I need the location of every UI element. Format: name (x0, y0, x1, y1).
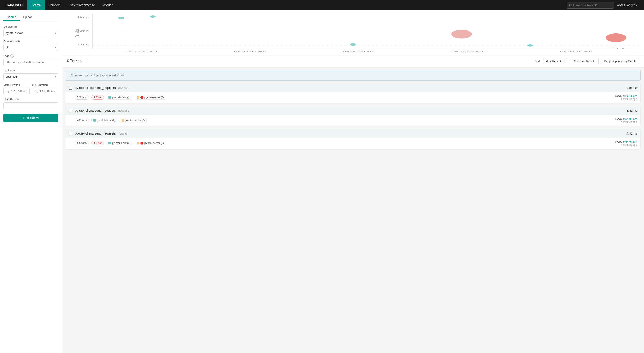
min-duration-label: Min Duration (32, 83, 58, 86)
svg-text:09:53:50 am: 09:53:50 am (125, 50, 157, 52)
trace-details: 4 Spans py-otel-client (2) py-otel-serve… (66, 115, 640, 126)
nav-monitor[interactable]: Monitor (99, 0, 116, 10)
main-layout: Search Upload Service (3) py-otel-server… (0, 10, 644, 353)
error-circle-icon: ! (140, 96, 144, 99)
limit-group: Limit Results 20 (4, 98, 58, 109)
service-group: Service (3) py-otel-server (4, 25, 58, 36)
tab-upload[interactable]: Upload (20, 14, 36, 21)
service-tag: py-otel-client (2) (92, 118, 117, 122)
trace-checkbox[interactable] (69, 132, 72, 135)
results-header: 6 Traces Sort: Most Recent Download Resu… (62, 55, 644, 67)
trace-checkbox[interactable] (69, 86, 72, 90)
lookback-label: Lookback (4, 69, 58, 72)
compare-banner: Compare traces by selecting result items (65, 70, 640, 80)
trace-header[interactable]: py-otel-client: send_requests e1e8026 3.… (66, 83, 640, 92)
trace-details: 5 Spans 1 Error py-otel-client (2) ! py-… (66, 92, 640, 103)
trace-time: Today 9:54:04 am 4 minutes ago (615, 140, 637, 146)
error-badge: 1 Error (92, 95, 104, 100)
about-jaeger[interactable]: About Jaeger ▾ (614, 4, 640, 7)
limit-input[interactable]: 20 (4, 102, 58, 109)
service-dot (122, 119, 124, 122)
trace-time: Today 9:54:14 am 4 minutes ago (615, 94, 637, 100)
svg-text:09:54:10 am: 09:54:10 am (560, 50, 592, 52)
scatter-chart: 6ms 5ms 4ms Duration 09:53:50 am 09:53:5… (67, 14, 639, 52)
error-circle-icon: ! (140, 142, 144, 144)
svg-text:09:54:00 am: 09:54:00 am (343, 50, 374, 52)
trace-id: 7afaf83 (118, 132, 128, 135)
operation-group: Operation (3) all (4, 40, 58, 51)
chevron-down-icon: ▾ (636, 4, 637, 7)
svg-point-18 (150, 15, 156, 18)
service-tag: py-otel-client (2) (106, 95, 132, 100)
operation-label: Operation (3) (4, 40, 58, 43)
trace-lookup[interactable] (567, 2, 614, 8)
trace-id-input[interactable] (573, 4, 611, 7)
trace-item: py-otel-client: send_requests 7afaf83 4.… (65, 129, 640, 149)
nav-search[interactable]: Search (28, 0, 44, 10)
spans-badge: 4 Spans (75, 118, 89, 122)
spans-badge: 5 Spans (75, 141, 89, 145)
trace-item: py-otel-client: send_requests d99be53 3.… (65, 106, 640, 126)
max-duration-group: Max Duration (4, 83, 30, 94)
search-icon (569, 4, 572, 6)
svg-text:Time: Time (612, 47, 624, 50)
tags-group: Tags ? (4, 54, 58, 66)
svg-text:6ms: 6ms (78, 16, 89, 18)
trace-duration: 3.42ms (626, 109, 637, 112)
svg-text:09:53:55 am: 09:53:55 am (234, 50, 266, 52)
lookback-group: Lookback Last Hour (4, 69, 58, 80)
sort-select-wrapper: Most Recent (543, 58, 567, 64)
service-dot (108, 96, 111, 99)
tags-input[interactable] (4, 59, 58, 66)
trace-id: e1e8026 (118, 86, 129, 90)
service-dot (93, 119, 96, 122)
tags-label-row: Tags ? (4, 54, 58, 58)
trace-title: py-otel-client: send_requests 7afaf83 (75, 132, 624, 135)
limit-label: Limit Results (4, 98, 58, 101)
trace-time: Today 9:54:09 am 4 minutes ago (615, 117, 637, 124)
svg-text:09:54:05 am: 09:54:05 am (451, 50, 483, 52)
find-traces-button[interactable]: Find Traces (4, 114, 58, 122)
service-tag: ! py-otel-server (3) (135, 141, 166, 145)
svg-text:Duration: Duration (74, 28, 80, 38)
main-content: 6ms 5ms 4ms Duration 09:53:50 am 09:53:5… (62, 10, 644, 353)
duration-row: Max Duration Min Duration (4, 83, 58, 98)
error-badge: 1 Error (92, 141, 104, 145)
lookback-select[interactable]: Last Hour (4, 73, 58, 80)
service-dot (137, 142, 139, 144)
sidebar: Search Upload Service (3) py-otel-server… (0, 10, 62, 353)
service-label: Service (3) (4, 25, 58, 28)
service-select-wrapper: py-otel-server (4, 30, 58, 36)
trace-header[interactable]: py-otel-client: send_requests d99be53 3.… (66, 106, 640, 115)
service-tag: py-otel-client (2) (106, 141, 132, 145)
tags-help-icon[interactable]: ? (10, 54, 14, 58)
max-duration-label: Max Duration (4, 83, 30, 86)
navbar: JAEGER UI Search Compare System Architec… (0, 0, 644, 10)
traces-list: py-otel-client: send_requests e1e8026 3.… (62, 83, 644, 149)
chart-area: 6ms 5ms 4ms Duration 09:53:50 am 09:53:5… (62, 10, 644, 55)
max-duration-input[interactable] (4, 88, 30, 94)
download-results-button[interactable]: Download Results (570, 58, 598, 64)
service-select[interactable]: py-otel-server (4, 30, 58, 36)
spans-badge: 5 Spans (75, 95, 89, 100)
svg-text:4ms: 4ms (78, 43, 89, 46)
operation-select[interactable]: all (4, 44, 58, 51)
trace-id: d99be53 (118, 109, 129, 112)
min-duration-input[interactable] (32, 88, 58, 94)
trace-duration: 3.88ms (626, 86, 637, 90)
svg-point-22 (606, 34, 626, 42)
trace-title: py-otel-client: send_requests e1e8026 (75, 86, 624, 90)
trace-checkbox[interactable] (69, 109, 72, 112)
tags-label: Tags (4, 54, 9, 58)
trace-header[interactable]: py-otel-client: send_requests 7afaf83 4.… (66, 129, 640, 138)
deep-dependency-graph-button[interactable]: Deep Dependency Graph (601, 58, 639, 64)
service-dot (108, 142, 111, 144)
nav-system-architecture[interactable]: System Architecture (64, 0, 99, 10)
svg-point-0 (570, 4, 571, 6)
brand-logo: JAEGER UI (4, 4, 26, 7)
svg-point-21 (528, 44, 533, 47)
sort-select[interactable]: Most Recent (543, 58, 567, 64)
nav-compare[interactable]: Compare (44, 0, 64, 10)
svg-point-20 (451, 30, 472, 38)
tab-search[interactable]: Search (4, 14, 20, 21)
